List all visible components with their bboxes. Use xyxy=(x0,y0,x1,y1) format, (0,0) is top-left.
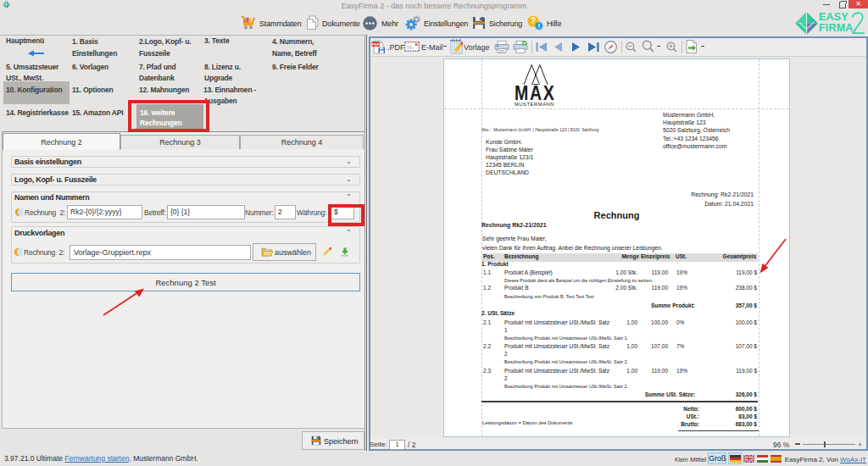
svg-text:?: ? xyxy=(531,16,536,25)
svg-text:!: ! xyxy=(537,22,540,30)
svg-text:PDF: PDF xyxy=(372,42,380,47)
